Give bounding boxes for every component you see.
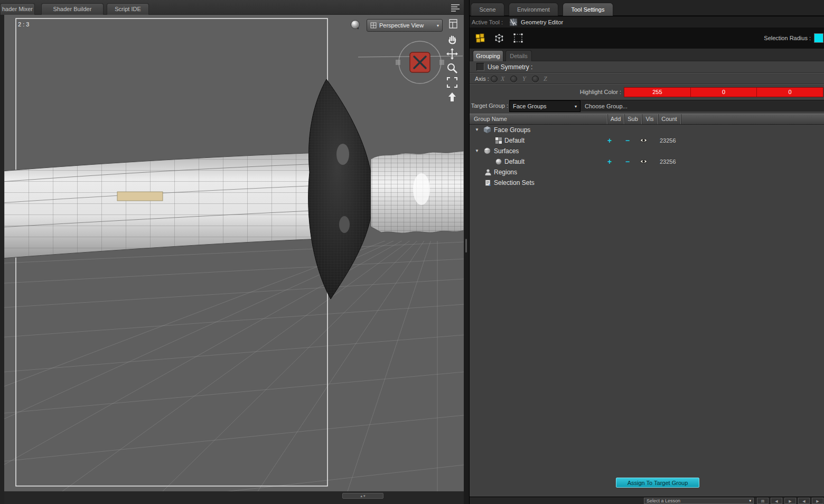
tree-row-selection-sets[interactable]: Selection Sets [470,178,824,188]
tab-grouping[interactable]: Grouping [473,50,503,61]
axis-row: Axis : X Y Z [470,73,824,84]
tree-item-label[interactable]: Face Groups [494,125,530,135]
surfaces-icon [483,147,491,156]
selection-sets-icon [484,179,492,188]
axis-z-radio[interactable] [532,76,539,82]
active-tool-label: Active Tool : [472,19,503,25]
tool-subtabs: Grouping Details [470,49,824,61]
lesson-prev-button[interactable]: ◀ [771,498,782,504]
tree-row-default-surface[interactable]: Default + − 23256 [470,156,824,167]
aspect-ratio-label: 2 : 3 [18,21,29,27]
header-vis: Vis [641,114,658,124]
tree-row-surfaces[interactable]: ▼ Surfaces [470,146,824,156]
use-symmetry-checkbox[interactable] [476,63,484,71]
lesson-bottom-bar: Select a Lesson ▾ ▤ ◀ ▶ ◀ ▶ [470,497,824,504]
subtract-from-group-button[interactable]: − [620,156,635,167]
add-to-group-button[interactable]: + [602,135,617,146]
active-tool-row: Active Tool : Geometry Editor [470,16,824,27]
expander-icon[interactable]: ▼ [475,125,481,135]
lesson-list-button[interactable]: ▤ [757,498,769,504]
timeline-scrollbar[interactable]: ▴ ▾ [342,493,383,499]
tab-tool-settings[interactable]: Tool Settings [563,3,613,16]
highlight-red-value: 255 [652,89,662,95]
viewport-3d[interactable]: 2 : 3 ▾ Perspective View ▾ [4,15,464,491]
selection-radius-swatch[interactable] [814,33,823,43]
tab-details[interactable]: Details [505,50,532,61]
scroll-down-icon[interactable]: ▾ [363,494,366,498]
lesson-next-button[interactable]: ▶ [784,498,796,504]
assign-to-target-group-button[interactable]: Assign To Target Group [616,478,699,488]
tree-row-face-groups[interactable]: ▼ Face Groups [470,125,824,135]
target-group-label: Target Group : [470,100,508,111]
expander-icon[interactable]: ▼ [475,146,481,156]
draw-style-caret-icon[interactable]: ▾ [357,26,359,31]
pane-splitter[interactable] [464,0,469,504]
viewport-bottom-strip: ▴ ▾ [4,491,464,504]
tab-shader-mixer[interactable]: hader Mixer [0,3,35,15]
lesson-back-button[interactable]: ◀ [798,498,810,504]
viewport-layout-icon[interactable] [448,18,460,31]
tree-row-default-facegroup[interactable]: Default + − 23256 [470,135,824,146]
chevron-down-icon: ▾ [749,499,751,503]
marquee-select-icon[interactable] [511,31,526,45]
select-vertices-icon[interactable] [492,31,507,45]
chevron-down-icon: ▾ [437,23,439,28]
tree-item-label[interactable]: Regions [494,167,517,178]
highlight-green-slider[interactable]: 0 [691,88,757,97]
pan-tool-icon[interactable] [446,33,460,46]
tree-item-label[interactable]: Default [504,156,525,167]
geometry-toolbar: Selection Radius : [470,27,824,49]
axis-y-radio[interactable] [510,76,517,82]
subtract-from-group-button[interactable]: − [620,135,635,146]
visibility-eye-icon[interactable] [640,158,648,165]
tab-scene[interactable]: Scene [471,3,504,16]
lesson-forward-button[interactable]: ▶ [812,498,823,504]
tree-row-regions[interactable]: Regions [470,167,824,178]
highlight-color-row: Highlight Color : 255 0 0 [470,85,824,99]
tab-script-ide[interactable]: Script IDE [107,3,149,15]
active-tool-value: Geometry Editor [521,19,563,25]
pane-menu-icon[interactable] [450,4,461,12]
chevron-down-icon: ▾ [575,104,577,109]
highlight-blue-value: 0 [789,89,792,95]
face-count: 23256 [660,156,676,167]
frame-tool-icon[interactable] [446,76,460,90]
lesson-dropdown-value: Select a Lesson [647,498,749,503]
grouping-panel: Use Symmetry : Axis : X Y Z Highlight Co… [470,61,824,497]
highlight-blue-slider[interactable]: 0 [757,88,823,97]
choose-group-button[interactable]: Choose Group... [585,100,628,112]
camera-up-icon[interactable] [446,91,460,105]
target-group-value: Face Groups [513,103,575,109]
target-group-row: Target Group : Face Groups ▾ Choose Grou… [470,100,824,111]
highlight-color-label: Highlight Color : [470,85,621,99]
visibility-eye-icon[interactable] [640,137,648,144]
move-tool-icon[interactable] [446,48,460,61]
axis-x-radio[interactable] [491,76,498,82]
zoom-tool-icon[interactable] [446,62,460,76]
tab-environment[interactable]: Environment [509,3,558,16]
tab-shader-builder[interactable]: Shader Builder [41,3,104,15]
tree-item-label[interactable]: Default [504,135,525,146]
highlight-color-sliders[interactable]: 255 0 0 [624,87,823,97]
right-panel: Scene Environment Tool Settings Active T… [469,0,824,504]
target-group-dropdown[interactable]: Face Groups ▾ [509,100,580,112]
axis-y-label: Y [522,73,526,84]
tree-item-label[interactable]: Surfaces [494,146,519,156]
viewport-grid-icon [370,22,377,29]
lesson-dropdown[interactable]: Select a Lesson ▾ [644,498,754,504]
orbit-cube-control[interactable] [394,36,446,89]
add-to-group-button[interactable]: + [602,156,617,167]
face-count: 23256 [660,135,676,146]
target-group-strip: Face Groups ▾ Choose Group... [509,100,824,111]
select-faces-icon[interactable] [473,31,488,45]
highlight-red-slider[interactable]: 255 [624,88,691,97]
header-add: Add [607,114,624,124]
face-group-icon [495,137,502,145]
right-pane-tabbar: Scene Environment Tool Settings [470,0,824,16]
view-selector-dropdown[interactable]: Perspective View ▾ [367,19,443,32]
scroll-up-icon[interactable]: ▴ [361,494,363,498]
left-pane-tabbar: hader Mixer Shader Builder Script IDE [0,0,464,15]
selected-face-highlight[interactable] [117,192,163,201]
tree-item-label[interactable]: Selection Sets [494,178,535,188]
highlight-green-value: 0 [722,89,725,95]
